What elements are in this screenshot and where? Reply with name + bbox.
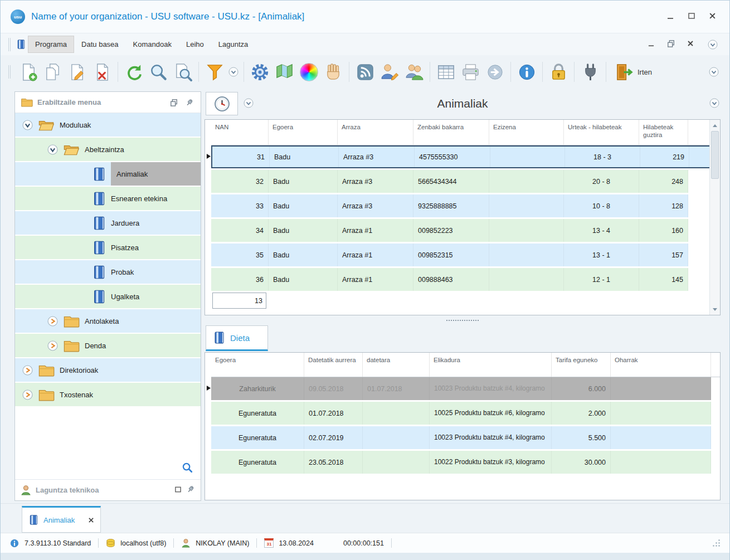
close-button[interactable] — [709, 12, 716, 21]
mdi-minimize-button[interactable] — [648, 40, 655, 48]
column-header-datetara[interactable]: datetara — [363, 353, 430, 377]
table-row[interactable]: 35 Badu Arraza #1 009852315 13 - 1 157 — [211, 244, 720, 266]
search-icon[interactable] — [182, 462, 193, 475]
delete-record-button[interactable] — [90, 59, 114, 85]
menu-komandoak[interactable]: Komandoak — [126, 36, 179, 53]
panel-pin-button[interactable] — [184, 97, 195, 108]
filter-button[interactable] — [202, 59, 227, 85]
vertical-scrollbar[interactable] — [709, 120, 720, 315]
grid-view-button[interactable] — [434, 59, 458, 85]
maximize-button[interactable] — [688, 12, 695, 21]
tab-close-icon[interactable] — [88, 517, 94, 523]
tree-item-ugalketa[interactable]: Ugalketa — [15, 285, 201, 309]
timer-dropdown-button[interactable] — [244, 98, 254, 110]
mdi-close-button[interactable] — [687, 40, 694, 48]
toolbar-grip[interactable] — [8, 65, 11, 79]
table-row[interactable]: 32 Badu Arraza #3 5665434344 20 - 8 248 — [211, 170, 720, 193]
table-cell: 23.05.2018 — [304, 451, 363, 474]
scroll-down-icon[interactable] — [710, 304, 720, 314]
search-records-button[interactable] — [171, 59, 195, 85]
map-report-button[interactable] — [272, 59, 296, 85]
search-button[interactable] — [146, 59, 171, 85]
tree-item-jarduera[interactable]: Jarduera — [15, 211, 201, 236]
menu-datu-basea[interactable]: Datu basea — [74, 36, 126, 53]
column-header-egoera[interactable]: Egoera — [269, 120, 338, 145]
tree-item-txostenak[interactable]: Txostenak — [15, 383, 201, 407]
expand-icon[interactable] — [47, 340, 58, 351]
column-header-arraza[interactable]: Arraza — [338, 120, 413, 145]
table-row[interactable]: 34 Badu Arraza #1 009852223 13 - 4 160 — [211, 219, 720, 242]
tree-item-esnearen-etekina[interactable]: Esnearen etekina — [15, 187, 201, 211]
column-header-elikadura[interactable]: Elikadura — [430, 353, 552, 377]
user-edit-button[interactable] — [377, 59, 402, 85]
column-header-datetatik-aurrera[interactable]: Datetatik aurrera — [304, 353, 363, 377]
support-panel-header[interactable]: Laguntza teknikoa — [15, 479, 201, 500]
column-header-egoera[interactable]: Egoera — [211, 353, 304, 377]
settings-button[interactable] — [247, 59, 272, 85]
support-pin-button[interactable] — [186, 485, 195, 495]
resize-grip[interactable] — [712, 539, 721, 547]
menubar-grip[interactable] — [8, 38, 11, 51]
column-header-nan[interactable]: NAN — [211, 120, 269, 145]
tree-item-direktorioak[interactable]: Direktorioak — [15, 358, 201, 383]
nan-filter-input[interactable] — [212, 293, 266, 309]
support-restore-button[interactable] — [174, 486, 182, 495]
bottom-tab-animaliak[interactable]: Animaliak — [22, 506, 101, 533]
users-group-button[interactable] — [402, 59, 426, 85]
tree-item-pisatzea[interactable]: Pisatzea — [15, 236, 201, 260]
plugin-button[interactable] — [578, 59, 602, 85]
tree-item-abeltzaintza[interactable]: Abeltzaintza — [15, 138, 201, 162]
scrollbar-thumb[interactable] — [711, 131, 719, 179]
copy-record-button[interactable] — [41, 59, 65, 85]
tree-item-antolaketa[interactable]: Antolaketa — [15, 309, 201, 334]
table-row[interactable]: 31 Badu Arraza #3 4575555330 18 - 3 219 — [211, 145, 720, 168]
lock-button[interactable] — [546, 59, 571, 85]
column-header-hilabeteak-guztira[interactable]: Hilabeteak guztira — [639, 120, 688, 145]
collapse-icon[interactable] — [22, 120, 33, 130]
table-row[interactable]: 36 Badu Arraza #1 009888463 12 - 1 145 — [211, 268, 720, 291]
table-row[interactable]: Eguneratuta 02.07.2019 10023 Produktu ba… — [211, 426, 720, 449]
table-cell — [363, 451, 430, 474]
filter-dropdown-button[interactable] — [227, 65, 240, 79]
refresh-button[interactable] — [121, 59, 146, 85]
column-header-oharrak[interactable]: Oharrak — [611, 353, 711, 377]
column-header-tarifa-eguneko[interactable]: Tarifa eguneko — [552, 353, 611, 377]
colors-button[interactable] — [296, 59, 321, 85]
tree-item-animaliak[interactable]: Animaliak — [15, 162, 201, 187]
mdi-restore-button[interactable] — [667, 40, 675, 49]
expand-icon[interactable] — [22, 365, 33, 376]
menubar-overflow-button[interactable] — [706, 38, 719, 51]
pan-hand-button[interactable] — [321, 59, 345, 85]
export-forward-button[interactable] — [483, 59, 507, 85]
new-record-button[interactable] — [16, 59, 41, 85]
scroll-up-icon[interactable] — [710, 120, 720, 130]
timer-button[interactable] — [206, 92, 238, 115]
menu-programa[interactable]: Programa — [28, 36, 74, 53]
expand-icon[interactable] — [47, 316, 58, 327]
table-row[interactable]: Zaharkiturik 09.05.2018 01.07.2018 10023… — [211, 377, 720, 400]
edit-record-button[interactable] — [65, 59, 90, 85]
exit-button[interactable]: Irten — [610, 59, 656, 85]
menu-leiho[interactable]: Leiho — [179, 36, 211, 53]
expand-icon[interactable] — [22, 389, 33, 400]
tab-dieta[interactable]: Dieta — [206, 325, 268, 351]
collapse-icon[interactable] — [47, 144, 58, 155]
splitter-handle[interactable] — [205, 316, 721, 324]
tree-item-probak[interactable]: Probak — [15, 260, 201, 285]
tree-item-moduluak[interactable]: Moduluak — [15, 113, 201, 138]
broadcast-feed-button[interactable] — [353, 59, 377, 85]
column-header-zenbaki-bakarra[interactable]: Zenbaki bakarra — [413, 120, 489, 145]
panel-restore-button[interactable] — [168, 97, 179, 108]
info-button[interactable] — [514, 59, 539, 85]
column-header-urteak-hilabeteak[interactable]: Urteak - hilabeteak — [564, 120, 639, 145]
print-button[interactable] — [458, 59, 483, 85]
table-row[interactable]: Eguneratuta 23.05.2018 10022 Produktu ba… — [211, 451, 720, 474]
menu-laguntza[interactable]: Laguntza — [211, 36, 256, 53]
tree-item-denda[interactable]: Denda — [15, 334, 201, 358]
toolbar-overflow-button[interactable] — [707, 65, 721, 79]
column-header-ezizena[interactable]: Ezizena — [489, 120, 564, 145]
header-overflow-button[interactable] — [709, 98, 719, 110]
table-row[interactable]: Eguneratuta 01.07.2018 10025 Produktu ba… — [211, 402, 720, 425]
minimize-button[interactable] — [666, 12, 674, 21]
table-row[interactable]: 33 Badu Arraza #3 9325888885 10 - 8 128 — [211, 194, 720, 217]
